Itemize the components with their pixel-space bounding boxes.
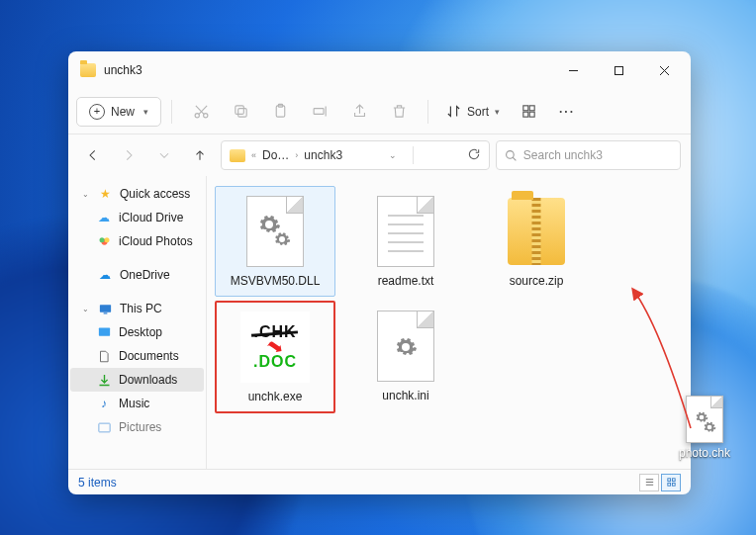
chk-icon [686, 396, 723, 443]
toolbar: + New ▾ Sort ▾ ··· [68, 89, 691, 134]
sidebar-this-pc[interactable]: ⌄This PC [70, 297, 204, 320]
svg-rect-13 [522, 112, 527, 117]
sidebar-downloads[interactable]: Downloads [70, 368, 204, 392]
dll-icon [246, 196, 304, 267]
sidebar-quick-access[interactable]: ⌄★Quick access [70, 182, 204, 206]
chevron-right-icon: › [295, 150, 298, 160]
cloud-icon: ☁ [96, 210, 112, 225]
maximize-button[interactable] [596, 54, 641, 86]
svg-rect-7 [235, 106, 243, 115]
photos-icon [96, 233, 112, 249]
item-count: 5 items [78, 476, 117, 490]
svg-rect-1 [614, 66, 622, 74]
folder-icon [230, 149, 245, 162]
delete-button[interactable] [380, 95, 418, 129]
sidebar-desktop[interactable]: Desktop [70, 320, 204, 344]
sidebar-documents[interactable]: Documents [70, 344, 204, 368]
file-label: MSVBVM50.DLL [231, 274, 321, 288]
sidebar-music[interactable]: ♪Music [70, 392, 204, 415]
svg-rect-25 [667, 483, 670, 486]
svg-rect-11 [522, 106, 527, 111]
file-pane[interactable]: MSVBVM50.DLL readme.txt source.zip .CHK … [207, 176, 691, 469]
up-button[interactable] [185, 140, 215, 170]
download-icon [96, 372, 112, 388]
status-bar: 5 items [68, 469, 691, 494]
back-button[interactable] [78, 140, 108, 170]
cloud-icon: ☁ [97, 267, 113, 283]
sidebar-icloud-drive[interactable]: ☁iCloud Drive [70, 206, 204, 229]
file-label: unchk.exe [248, 390, 303, 403]
sidebar-onedrive[interactable]: ›☁OneDrive [70, 263, 204, 287]
svg-point-4 [195, 114, 199, 118]
forward-button[interactable] [114, 140, 143, 170]
sort-icon [446, 104, 461, 119]
file-item-unchk-exe[interactable]: .CHK ➦ .DOC unchk.exe [215, 301, 335, 413]
svg-point-18 [99, 237, 104, 242]
copy-button[interactable] [222, 95, 259, 129]
details-view-button[interactable] [639, 474, 659, 491]
svg-point-5 [203, 114, 207, 118]
new-button[interactable]: + New ▾ [76, 97, 161, 127]
svg-rect-23 [667, 479, 670, 482]
exe-icon: .CHK ➦ .DOC [240, 312, 310, 383]
chevron-down-icon: ▾ [143, 107, 148, 117]
paste-button[interactable] [261, 95, 299, 129]
address-bar: « Do… › unchk3 ⌄ Search unchk3 [68, 134, 691, 176]
icons-view-button[interactable] [661, 474, 681, 491]
breadcrumb-parent[interactable]: Do… [262, 148, 289, 162]
plus-icon: + [89, 104, 105, 120]
window-title: unchk3 [104, 63, 142, 77]
breadcrumb[interactable]: « Do… › unchk3 ⌄ [221, 140, 490, 170]
explorer-window: unchk3 + New ▾ Sort ▾ ··· [68, 51, 691, 494]
svg-rect-26 [672, 483, 675, 486]
svg-rect-14 [529, 112, 534, 117]
svg-point-17 [104, 237, 109, 242]
pictures-icon [96, 419, 112, 435]
text-icon [377, 196, 434, 267]
star-icon: ★ [97, 186, 113, 202]
breadcrumb-current[interactable]: unchk3 [304, 148, 342, 162]
file-item[interactable]: unchk.ini [345, 301, 466, 413]
file-item[interactable]: readme.txt [345, 186, 466, 297]
new-label: New [111, 105, 135, 119]
svg-rect-20 [103, 312, 107, 313]
close-button[interactable] [641, 54, 687, 86]
search-placeholder: Search unchk3 [523, 148, 603, 162]
minimize-button[interactable] [550, 54, 596, 86]
refresh-button[interactable] [467, 147, 481, 164]
recent-button[interactable] [149, 140, 179, 170]
zip-icon [508, 198, 565, 265]
sort-label: Sort [467, 105, 489, 119]
music-icon: ♪ [96, 396, 112, 411]
chevron-down-icon: ▾ [495, 107, 500, 117]
file-label: readme.txt [378, 274, 434, 288]
chevron-down-icon[interactable]: ⌄ [387, 150, 399, 160]
file-label: unchk.ini [382, 389, 428, 402]
file-item[interactable]: source.zip [476, 186, 597, 297]
desktop-file-photo-chk[interactable]: photo.chk [671, 396, 738, 460]
rename-button[interactable] [301, 95, 338, 129]
pc-icon [97, 301, 113, 316]
svg-rect-19 [99, 305, 110, 312]
sidebar-icloud-photos[interactable]: iCloud Photos [70, 229, 204, 253]
file-label: source.zip [510, 274, 564, 288]
svg-rect-6 [237, 109, 246, 118]
desktop-icon [96, 324, 112, 340]
file-item[interactable]: MSVBVM50.DLL [215, 186, 335, 297]
share-button[interactable] [340, 95, 378, 129]
sidebar: ⌄★Quick access ☁iCloud Drive iCloud Phot… [68, 176, 207, 469]
svg-rect-12 [529, 106, 534, 111]
view-button[interactable] [510, 95, 547, 129]
search-input[interactable]: Search unchk3 [496, 140, 681, 170]
cut-button[interactable] [182, 95, 220, 129]
sort-button[interactable]: Sort ▾ [438, 98, 508, 125]
ini-icon [377, 311, 434, 382]
search-icon [505, 149, 518, 162]
sidebar-pictures[interactable]: Pictures [70, 415, 204, 439]
svg-rect-24 [672, 479, 675, 482]
titlebar: unchk3 [68, 51, 691, 89]
document-icon [96, 348, 112, 364]
more-button[interactable]: ··· [549, 99, 585, 125]
svg-rect-10 [314, 109, 324, 115]
folder-icon [80, 63, 96, 77]
